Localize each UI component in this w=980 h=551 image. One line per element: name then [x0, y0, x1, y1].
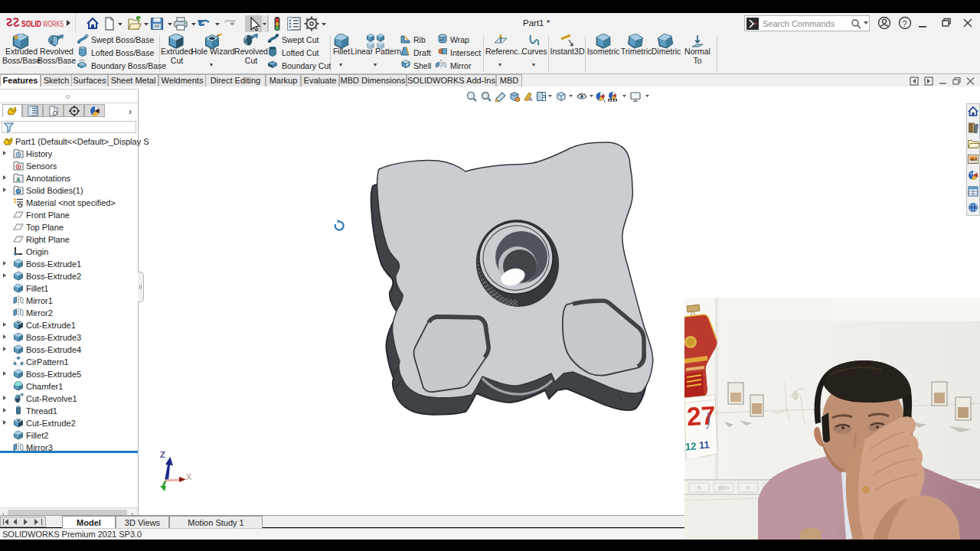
svg-text:11: 11 [699, 439, 710, 451]
svg-text:?: ? [903, 19, 907, 28]
svg-text:ab: ab [440, 37, 445, 42]
svg-text:Z: Z [160, 450, 165, 459]
svg-text:A: A [17, 177, 21, 182]
svg-text:27: 27 [686, 400, 717, 431]
svg-text:A: A [528, 96, 533, 103]
svg-text:12: 12 [685, 440, 697, 452]
svg-text:SOLID: SOLID [21, 19, 41, 28]
svg-text:WORKS: WORKS [43, 19, 64, 28]
svg-text:X: X [186, 472, 192, 481]
